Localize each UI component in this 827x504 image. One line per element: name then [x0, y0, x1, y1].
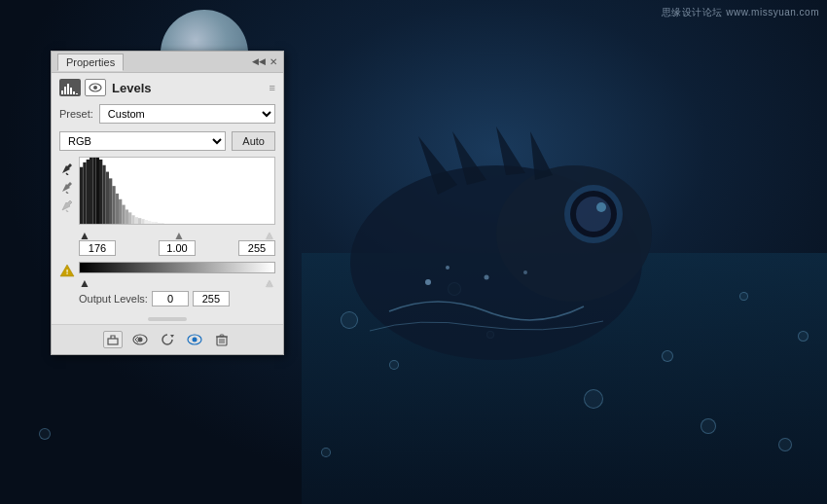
svg-rect-44: [148, 221, 151, 224]
svg-rect-12: [64, 87, 66, 94]
delete-button[interactable]: [212, 330, 232, 349]
auto-button[interactable]: Auto: [232, 131, 275, 151]
svg-rect-45: [151, 222, 154, 224]
view-previous-button[interactable]: [130, 330, 150, 349]
output-highlight-handle[interactable]: ▲: [264, 276, 275, 290]
bubble: [39, 428, 51, 440]
midtone-input-handle[interactable]: ▲: [173, 229, 185, 242]
output-shadow-handle[interactable]: ▲: [79, 276, 90, 290]
output-shadow-input[interactable]: [152, 291, 189, 306]
reset-button[interactable]: [158, 330, 177, 349]
svg-rect-33: [112, 186, 115, 224]
preset-wrapper: Custom Default Darker Lighter: [99, 104, 275, 124]
svg-rect-39: [131, 215, 134, 224]
svg-point-9: [523, 270, 527, 274]
collapse-button[interactable]: ◀◀: [252, 57, 266, 66]
clip-layer-button[interactable]: [103, 331, 123, 348]
white-input-handle[interactable]: ▲: [264, 229, 275, 242]
svg-rect-48: [161, 223, 163, 224]
white-eyedropper-button[interactable]: [59, 198, 75, 213]
rgb-row: RGB Red Green Blue Auto: [59, 131, 275, 151]
panel-menu-icon[interactable]: ≡: [270, 82, 275, 93]
svg-rect-38: [128, 212, 131, 224]
bubble: [798, 331, 809, 342]
svg-marker-54: [170, 335, 174, 338]
view-previous-icon: [132, 334, 148, 345]
panel-controls: ◀◀ ✕: [252, 57, 277, 67]
svg-rect-46: [155, 222, 158, 224]
panel-toolbar: [52, 324, 283, 354]
scroll-hint: [148, 317, 187, 321]
svg-rect-43: [145, 220, 148, 224]
midtone-input[interactable]: [159, 240, 196, 256]
svg-line-20: [66, 192, 68, 194]
output-section: ! ▲ ▲ Output Levels:: [59, 262, 275, 306]
highlight-input[interactable]: [238, 240, 275, 256]
svg-rect-41: [138, 218, 141, 224]
properties-tab[interactable]: Properties: [57, 54, 124, 71]
trash-icon: [215, 333, 229, 347]
svg-rect-35: [119, 199, 122, 224]
bubble: [701, 418, 716, 434]
svg-point-6: [425, 279, 431, 285]
svg-rect-23: [80, 167, 83, 224]
svg-point-53: [138, 338, 143, 342]
output-gradient-bar: [79, 262, 275, 273]
watermark: 思缘设计论坛 www.missyuan.com: [662, 6, 819, 19]
black-eyedropper-button[interactable]: [59, 161, 75, 176]
svg-rect-27: [92, 158, 95, 224]
close-button[interactable]: ✕: [270, 57, 277, 67]
svg-rect-29: [99, 160, 102, 224]
output-gradient-area: ▲ ▲ Output Levels:: [79, 262, 275, 306]
levels-histogram-icon: [59, 79, 81, 96]
output-levels-label: Output Levels:: [79, 293, 148, 305]
clip-icon: [106, 333, 120, 346]
preset-label: Preset:: [59, 108, 93, 120]
channel-select[interactable]: RGB Red Green Blue: [59, 131, 226, 151]
eyedropper-tools: [59, 157, 75, 225]
svg-point-7: [446, 266, 449, 270]
panel-titlebar: Properties ◀◀ ✕: [52, 52, 283, 73]
svg-rect-40: [135, 217, 138, 224]
properties-panel: Properties ◀◀ ✕: [51, 51, 284, 355]
svg-rect-42: [141, 219, 144, 224]
svg-rect-13: [67, 84, 69, 94]
svg-point-18: [93, 86, 97, 90]
svg-point-4: [576, 197, 611, 232]
svg-rect-34: [116, 194, 119, 224]
warning-icon-area: !: [59, 262, 75, 280]
svg-rect-37: [126, 209, 128, 224]
input-triangle-row: ▲ ▲ ▲: [79, 229, 275, 240]
histogram-display: [79, 157, 275, 225]
scroll-hint-area: [52, 314, 283, 324]
svg-rect-25: [87, 160, 90, 224]
svg-rect-32: [109, 178, 112, 224]
levels-title: Levels: [112, 81, 151, 95]
svg-rect-36: [122, 205, 125, 224]
svg-rect-16: [76, 93, 78, 94]
output-levels-row: Output Levels:: [79, 291, 275, 306]
warning-icon: !: [59, 264, 75, 277]
svg-rect-31: [106, 172, 109, 224]
svg-point-8: [485, 275, 489, 280]
gray-eyedropper-button[interactable]: [59, 179, 75, 195]
eye-icon: [187, 334, 202, 345]
visibility-icon[interactable]: [85, 79, 106, 96]
bubble: [739, 292, 748, 301]
toggle-visibility-button[interactable]: [185, 330, 204, 349]
svg-rect-30: [102, 165, 105, 224]
svg-line-19: [66, 173, 68, 175]
black-input-handle[interactable]: ▲: [79, 229, 90, 242]
reset-icon: [161, 333, 174, 346]
output-highlight-input[interactable]: [193, 291, 230, 306]
svg-rect-51: [108, 339, 118, 344]
svg-point-5: [596, 202, 606, 212]
svg-rect-14: [70, 88, 72, 94]
svg-rect-26: [90, 158, 92, 224]
bubble: [321, 448, 331, 457]
svg-rect-24: [83, 162, 86, 224]
fish-illustration: [292, 117, 710, 409]
shadow-input[interactable]: [79, 240, 116, 256]
preset-select[interactable]: Custom Default Darker Lighter: [99, 104, 275, 124]
input-values-row: [79, 240, 275, 256]
